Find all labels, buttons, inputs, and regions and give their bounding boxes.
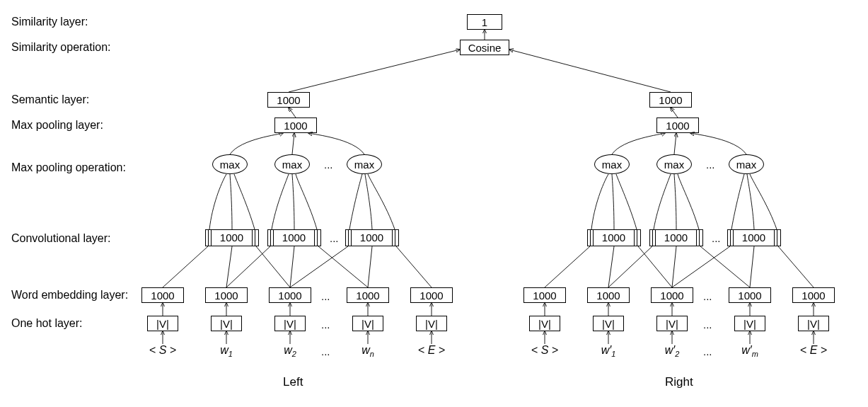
right-embed-0: 1000: [523, 287, 566, 303]
svg-line-15: [396, 246, 432, 287]
svg-line-24: [778, 246, 814, 287]
right-token-0: < S >: [523, 344, 566, 357]
left-embed-0: 1000: [141, 287, 184, 303]
left-onehot-4: |V|: [416, 316, 447, 331]
right-conv-2-value: 1000: [656, 230, 697, 246]
svg-line-23: [750, 246, 754, 287]
label-semantic-layer: Semantic layer:: [11, 93, 89, 106]
left-max-oval-2: max: [274, 154, 310, 174]
right-embed-2: 1000: [651, 287, 693, 303]
right-onehot-ellipsis: ...: [703, 319, 712, 331]
svg-line-8: [226, 246, 232, 287]
right-conv-ellipsis: ...: [712, 232, 721, 244]
svg-line-6: [674, 133, 676, 154]
right-conv-box-1: 1000: [587, 229, 641, 246]
right-semantic-box: 1000: [649, 92, 692, 108]
svg-line-18: [638, 246, 672, 287]
left-conv-ellipsis: ...: [330, 232, 339, 244]
left-onehot-ellipsis: ...: [321, 319, 330, 331]
svg-line-2: [509, 50, 671, 92]
left-embed-2: 1000: [269, 287, 311, 303]
svg-line-14: [368, 246, 372, 287]
right-onehot-2: |V|: [656, 316, 688, 331]
right-conv-box-2: 1000: [649, 229, 703, 246]
svg-line-11: [290, 246, 294, 287]
label-similarity-layer: Similarity layer:: [11, 16, 88, 28]
left-onehot-0: |V|: [147, 316, 178, 331]
left-token-3: wn: [347, 344, 389, 358]
right-token-ellipsis: ...: [703, 345, 712, 357]
left-branch-label: Left: [283, 375, 303, 389]
left-onehot-2: |V|: [274, 316, 306, 331]
right-maxpool-box: 1000: [656, 117, 699, 133]
right-onehot-3: |V|: [734, 316, 765, 331]
left-conv-box-2: 1000: [267, 229, 321, 246]
left-max-oval-3: max: [347, 154, 382, 174]
left-conv-1-value: 1000: [212, 230, 253, 246]
svg-line-12: [318, 246, 368, 287]
right-onehot-1: |V|: [593, 316, 624, 331]
right-onehot-4: |V|: [798, 316, 829, 331]
left-embed-1: 1000: [205, 287, 248, 303]
left-embed-3: 1000: [347, 287, 389, 303]
right-embed-4: 1000: [792, 287, 835, 303]
right-embed-1: 1000: [587, 287, 630, 303]
left-conv-box-1: 1000: [205, 229, 259, 246]
svg-line-17: [608, 246, 614, 287]
left-embed-ellipsis: ...: [321, 290, 330, 302]
left-max-oval-1: max: [212, 154, 248, 174]
left-max-ellipsis: ...: [324, 159, 333, 171]
svg-line-13: [290, 246, 348, 287]
svg-line-1: [289, 50, 460, 92]
label-maxpool-layer: Max pooling layer:: [11, 119, 103, 132]
label-maxpool-op: Max pooling operation:: [11, 161, 126, 174]
right-max-oval-1: max: [594, 154, 630, 174]
right-token-3: w′m: [729, 344, 771, 358]
right-token-4: < E >: [792, 344, 835, 357]
label-onehot-layer: One hot layer:: [11, 317, 83, 330]
left-maxpool-box: 1000: [274, 117, 317, 133]
right-onehot-0: |V|: [529, 316, 560, 331]
right-conv-1-value: 1000: [594, 230, 635, 246]
svg-line-20: [672, 246, 676, 287]
left-semantic-box: 1000: [267, 92, 310, 108]
cosine-op-box: Cosine: [460, 40, 509, 55]
left-onehot-1: |V|: [211, 316, 242, 331]
left-token-ellipsis: ...: [321, 345, 330, 357]
svg-line-21: [700, 246, 750, 287]
svg-line-4: [671, 108, 678, 117]
left-conv-box-3: 1000: [345, 229, 399, 246]
svg-line-5: [292, 133, 294, 154]
left-token-4: < E >: [410, 344, 453, 357]
left-onehot-3: |V|: [352, 316, 383, 331]
right-max-oval-2: max: [656, 154, 692, 174]
label-similarity-op: Similarity operation:: [11, 41, 111, 54]
svg-line-22: [672, 246, 730, 287]
svg-line-3: [289, 108, 296, 117]
svg-line-9: [256, 246, 290, 287]
left-token-0: < S >: [141, 344, 184, 357]
right-branch-label: Right: [665, 375, 693, 389]
label-conv-layer: Convolutional layer:: [11, 232, 111, 245]
svg-line-16: [545, 246, 590, 287]
similarity-output-box: 1: [467, 14, 502, 30]
right-token-2: w′2: [651, 344, 693, 358]
left-conv-2-value: 1000: [274, 230, 315, 246]
right-max-oval-3: max: [729, 154, 764, 174]
svg-line-7: [163, 246, 208, 287]
svg-line-10: [226, 246, 270, 287]
right-conv-box-3: 1000: [727, 229, 781, 246]
left-embed-4: 1000: [410, 287, 453, 303]
left-token-1: w1: [205, 344, 248, 358]
left-token-2: w2: [269, 344, 311, 358]
right-max-ellipsis: ...: [706, 159, 715, 171]
svg-line-19: [608, 246, 652, 287]
left-conv-3-value: 1000: [352, 230, 393, 246]
right-embed-3: 1000: [729, 287, 771, 303]
right-embed-ellipsis: ...: [703, 290, 712, 302]
right-token-1: w′1: [587, 344, 630, 358]
label-embed-layer: Word embedding layer:: [11, 289, 128, 302]
right-conv-3-value: 1000: [734, 230, 775, 246]
